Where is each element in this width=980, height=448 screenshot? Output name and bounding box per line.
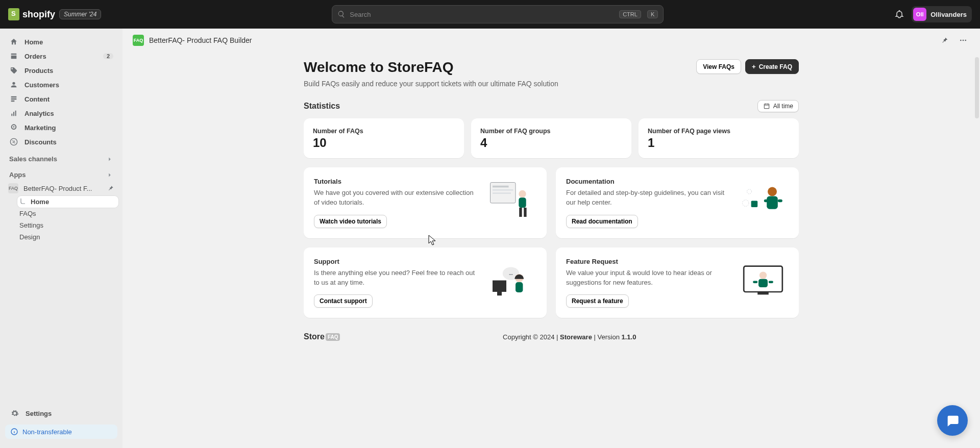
svg-rect-30 (769, 281, 773, 284)
read-documentation-button[interactable]: Read documentation (566, 215, 638, 228)
svg-point-13 (743, 200, 749, 206)
nav-orders[interactable]: Orders 2 (4, 49, 118, 63)
copyright-prefix: Copyright © 2024 | (503, 333, 560, 341)
version-prefix: | Version (592, 333, 622, 341)
app-sub-home-label: Home (31, 198, 49, 206)
nav-settings[interactable]: Settings (5, 406, 117, 420)
nav-products[interactable]: Products (4, 63, 118, 78)
contact-support-button[interactable]: Contact support (314, 294, 373, 308)
products-icon (9, 66, 18, 75)
app-sub-faqs[interactable]: FAQs (17, 208, 118, 219)
card-body: Is there anything else you need? Feel fr… (314, 268, 477, 288)
app-sub-settings[interactable]: Settings (17, 219, 118, 231)
svg-rect-16 (767, 196, 778, 209)
svg-rect-24 (516, 282, 523, 292)
customers-icon (9, 80, 18, 89)
stat-card-faqs: Number of FAQs 10 (304, 118, 464, 158)
footer-brand-right: FAQ (326, 333, 340, 341)
svg-rect-10 (519, 208, 522, 217)
sales-channels-header[interactable]: Sales channels (4, 149, 118, 165)
nav-customers[interactable]: Customers (4, 78, 118, 92)
svg-text:•••: ••• (509, 272, 513, 277)
app-header-name: BetterFAQ- Product FAQ Builder (149, 36, 252, 44)
nav-products-label: Products (24, 67, 53, 74)
nav-analytics-label: Analytics (24, 110, 54, 117)
shopify-logo[interactable]: shopify (8, 8, 55, 20)
chevron-right-icon (106, 156, 113, 163)
svg-point-15 (768, 187, 777, 196)
nav-orders-label: Orders (24, 53, 46, 60)
app-sub-faqs-label: FAQs (19, 210, 36, 217)
welcome-section: Welcome to StoreFAQ Build FAQs easily an… (304, 52, 799, 88)
app-sub-settings-label: Settings (19, 221, 43, 229)
app-item-label: BetterFAQ- Product F... (23, 185, 92, 192)
pin-icon[interactable] (107, 185, 114, 192)
search-input[interactable]: Search CTRL K (332, 5, 664, 23)
app-header-bar: FAQ BetterFAQ- Product FAQ Builder (122, 29, 980, 52)
analytics-icon (9, 109, 18, 118)
sales-channels-label: Sales channels (9, 155, 57, 163)
svg-point-27 (760, 272, 767, 279)
nav-marketing[interactable]: Marketing (4, 120, 118, 135)
request-feature-button[interactable]: Request a feature (566, 294, 629, 308)
app-header-icon: FAQ (133, 35, 144, 46)
apps-label: Apps (9, 171, 26, 179)
chat-launcher[interactable] (937, 405, 968, 436)
tutorials-illustration (485, 178, 536, 223)
non-transferable-label: Non-transferable (22, 428, 72, 436)
stat-card-views: Number of FAQ page views 1 (639, 118, 799, 158)
nav-content[interactable]: Content (4, 92, 118, 106)
card-body: For detailed and step-by-step guidelines… (566, 188, 729, 208)
footer-copyright: Copyright © 2024 | Storeware | Version 1… (503, 333, 636, 341)
svg-rect-14 (751, 201, 758, 207)
create-faq-button[interactable]: + Create FAQ (745, 59, 799, 74)
apps-header[interactable]: Apps (4, 165, 118, 181)
user-menu[interactable]: Oll Ollivanders (912, 6, 972, 22)
non-transferable-notice[interactable]: Non-transferable (5, 425, 117, 439)
svg-point-8 (519, 190, 526, 197)
nav-discounts-label: Discounts (24, 138, 57, 146)
feature-request-illustration (738, 258, 789, 304)
search-icon (337, 10, 346, 18)
summer-tag[interactable]: Summer '24 (59, 9, 101, 19)
page-title: Welcome to StoreFAQ (304, 59, 558, 76)
stats-cards: Number of FAQs 10 Number of FAQ groups 4… (304, 118, 799, 158)
app-sub-home[interactable]: Home (17, 196, 118, 208)
date-filter[interactable]: All time (757, 100, 799, 112)
search-wrap: Search CTRL K (107, 5, 888, 23)
card-documentation: Documentation For detailed and step-by-s… (556, 167, 799, 238)
more-actions-button[interactable] (957, 34, 970, 47)
gear-icon (10, 409, 19, 418)
statistics-header: Statistics All time (304, 100, 799, 112)
nav-marketing-label: Marketing (24, 124, 56, 132)
pin-app-button[interactable] (938, 34, 951, 47)
app-sub-design[interactable]: Design (17, 231, 118, 243)
date-filter-label: All time (773, 103, 793, 110)
brand-text: shopify (22, 9, 55, 20)
store-name: Ollivanders (930, 11, 967, 18)
notifications-icon[interactable] (894, 9, 904, 19)
company-name: Storeware (560, 333, 592, 341)
nav-analytics[interactable]: Analytics (4, 106, 118, 120)
create-faq-label: Create FAQ (759, 63, 792, 70)
nav-discounts[interactable]: Discounts (4, 135, 118, 149)
nav-settings-label: Settings (26, 410, 52, 417)
svg-rect-28 (758, 279, 768, 287)
card-title: Documentation (566, 178, 729, 185)
svg-rect-26 (757, 292, 769, 294)
stat-label: Number of FAQ groups (480, 128, 622, 135)
plus-icon: + (752, 63, 756, 70)
view-faqs-button[interactable]: View FAQs (696, 59, 741, 74)
nav-home[interactable]: Home (4, 35, 118, 49)
card-body: We value your input & would love to hear… (566, 268, 729, 288)
support-illustration: ••• (485, 258, 536, 304)
svg-rect-17 (764, 199, 769, 202)
stat-value: 4 (480, 136, 622, 150)
documentation-illustration (738, 178, 789, 223)
scrollbar[interactable] (975, 57, 979, 118)
nav-content-label: Content (24, 95, 50, 103)
svg-rect-5 (493, 185, 509, 187)
sidebar-app-betterfaq[interactable]: FAQ BetterFAQ- Product F... (4, 181, 118, 196)
watch-tutorials-button[interactable]: Watch video tutorials (314, 215, 387, 228)
stat-card-groups: Number of FAQ groups 4 (471, 118, 631, 158)
